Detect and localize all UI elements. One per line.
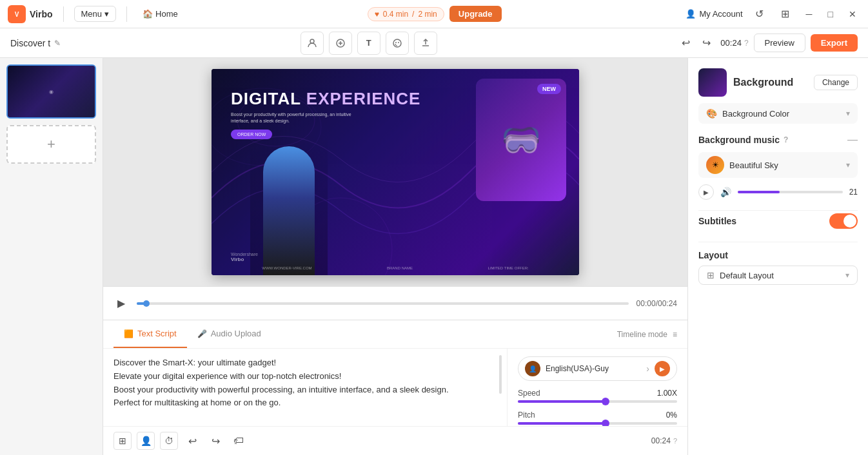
bottom-undo-button[interactable]: ↩ xyxy=(183,432,201,450)
background-section: Background Change 🎨 Background Color xyxy=(698,68,858,124)
svg-text:V: V xyxy=(15,11,19,18)
speed-value: 1.00X xyxy=(657,389,677,398)
tab-text-script[interactable]: 🟧 Text Script xyxy=(113,320,187,348)
subtitles-section: Subtitles xyxy=(698,210,858,231)
script-text: Discover the Smart-X: your ultimate gadg… xyxy=(113,356,497,410)
music-chevron-icon[interactable] xyxy=(846,160,850,169)
bottom-time-display: 00:24 ? xyxy=(651,436,677,445)
topbar-right: 👤 My Account ↺ ⊞ ─ □ ✕ xyxy=(686,5,860,23)
voice-play-button[interactable]: ▶ xyxy=(655,361,670,376)
pitch-slider[interactable] xyxy=(518,422,677,425)
maximize-button[interactable]: □ xyxy=(824,9,837,19)
layout-selector[interactable]: ⊞ Default Layout xyxy=(698,266,858,285)
insert-tool-button[interactable]: ⊞ xyxy=(113,432,132,450)
tab-audio-upload[interactable]: 🎤 Audio Upload xyxy=(187,320,271,348)
layout-title: Layout xyxy=(698,250,858,260)
bottom-time-help-icon[interactable]: ? xyxy=(673,437,677,445)
minimize-button[interactable]: ─ xyxy=(802,9,816,19)
script-panel: 🟧 Text Script 🎤 Audio Upload Timeline mo… xyxy=(103,320,687,455)
bottom-redo-button[interactable]: ↪ xyxy=(206,432,224,450)
person-tool-button[interactable]: 👤 xyxy=(137,432,155,450)
time-tool-button[interactable]: ⏱ xyxy=(160,432,178,450)
canvas-footer: WWW.WONDER-VIRE.COM BRAND NAME LIMITED T… xyxy=(212,266,579,270)
background-color-row[interactable]: 🎨 Background Color xyxy=(698,103,858,124)
script-content: Discover the Smart-X: your ultimate gadg… xyxy=(103,349,687,426)
pitch-value: 0% xyxy=(666,411,677,420)
palette-icon: 🎨 xyxy=(706,108,717,119)
svg-point-5 xyxy=(395,42,397,43)
preview-button[interactable]: Preview xyxy=(754,34,805,52)
bottom-tools: ⊞ 👤 ⏱ ↩ ↪ 🏷 00:24 ? xyxy=(103,426,687,455)
duration-display: 00:24 ? xyxy=(720,38,748,48)
close-button[interactable]: ✕ xyxy=(845,9,860,19)
grid-button[interactable]: ⊞ xyxy=(776,5,794,23)
time-used: 0.4 min xyxy=(383,10,408,19)
home-button[interactable]: 🏠 Home xyxy=(137,6,183,21)
account-icon: 👤 xyxy=(686,9,696,19)
timeline-mode-button[interactable]: Timeline mode ≡ xyxy=(617,330,677,339)
edit-title-icon[interactable]: ✎ xyxy=(54,39,61,48)
voice-selector[interactable]: 👤 English(USA)-Guy › ▶ xyxy=(518,356,677,381)
background-color-label: Background Color xyxy=(722,109,841,119)
layout-name: Default Layout xyxy=(720,271,840,280)
filter-tool-button[interactable] xyxy=(329,32,352,55)
add-slide-button[interactable]: + xyxy=(6,125,96,164)
music-help-icon[interactable]: ? xyxy=(784,135,788,144)
undo-button[interactable]: ↩ xyxy=(676,34,695,52)
pitch-fill xyxy=(518,422,606,425)
progress-bar[interactable] xyxy=(137,302,629,305)
music-collapse-icon[interactable]: — xyxy=(847,134,858,146)
change-background-button[interactable]: Change xyxy=(814,75,858,90)
slides-panel: 1 ◉ + xyxy=(0,58,103,455)
project-title-text: Discover t xyxy=(10,38,50,48)
redo-button[interactable]: ↪ xyxy=(697,34,715,52)
menu-button[interactable]: Menu ▾ xyxy=(74,6,117,22)
text-script-icon: 🟧 xyxy=(124,329,133,338)
canvas-title: DIGITAL EXPERIENCE xyxy=(231,88,420,109)
svg-point-6 xyxy=(398,42,399,43)
avatar-tool-button[interactable] xyxy=(301,32,324,55)
script-line-4: Perfect for multitasking at home or on t… xyxy=(113,396,497,410)
play-button[interactable]: ▶ xyxy=(113,296,129,311)
voice-chevron-icon: › xyxy=(646,363,649,374)
music-play-button[interactable]: ▶ xyxy=(698,184,714,200)
music-controls: ▶ 🔊 21 xyxy=(698,184,858,200)
footer-offer: LIMITED TIME OFFER: xyxy=(488,266,529,270)
layout-chevron-icon xyxy=(845,271,849,280)
upgrade-button[interactable]: Upgrade xyxy=(449,6,502,22)
slide-1-thumbnail[interactable]: 1 ◉ xyxy=(6,64,96,119)
background-header: Background Change xyxy=(698,68,858,97)
music-volume-fill xyxy=(738,191,780,193)
current-time: 00:00 xyxy=(636,299,656,308)
slide-thumb-img: ◉ xyxy=(8,66,95,117)
pitch-thumb[interactable] xyxy=(602,420,609,426)
subtitles-toggle[interactable] xyxy=(829,213,858,229)
music-volume-slider[interactable] xyxy=(738,191,843,193)
bottom-tag-button[interactable]: 🏷 xyxy=(230,432,248,450)
background-music-section: Background music ? — ☀ Beautiful Sky ▶ 🔊… xyxy=(698,134,858,200)
brand: V Virbo xyxy=(8,5,53,23)
speed-slider[interactable] xyxy=(518,400,677,403)
duration-help-icon[interactable]: ? xyxy=(744,39,749,48)
menu-label: Menu xyxy=(81,9,103,19)
sticker-tool-button[interactable] xyxy=(386,32,409,55)
canvas-area: DIGITAL EXPERIENCE Boost your productivi… xyxy=(103,58,687,455)
script-text-area[interactable]: Discover the Smart-X: your ultimate gadg… xyxy=(103,349,507,426)
text-tool-button[interactable]: T xyxy=(357,32,380,55)
export-button[interactable]: Export xyxy=(811,34,858,52)
topbar-divider-2 xyxy=(126,6,127,22)
upload-tool-button[interactable] xyxy=(414,32,437,55)
speed-label-row: Speed 1.00X xyxy=(518,389,677,398)
background-thumbnail xyxy=(698,68,727,97)
canvas-wrapper: DIGITAL EXPERIENCE Boost your productivi… xyxy=(103,58,687,286)
speed-thumb[interactable] xyxy=(602,398,609,405)
timeline-mode-icon: ≡ xyxy=(673,330,677,339)
my-account-button[interactable]: 👤 My Account xyxy=(686,9,742,19)
pitch-slider-row: Pitch 0% xyxy=(518,411,677,425)
music-selector[interactable]: ☀ Beautiful Sky xyxy=(698,152,858,178)
script-line-2: Elevate your digital experience with our… xyxy=(113,370,497,383)
subtitles-label: Subtitles xyxy=(698,216,736,226)
history-button[interactable]: ↺ xyxy=(751,5,769,23)
progress-thumb[interactable] xyxy=(143,300,150,307)
total-time: 00:24 xyxy=(658,299,677,308)
